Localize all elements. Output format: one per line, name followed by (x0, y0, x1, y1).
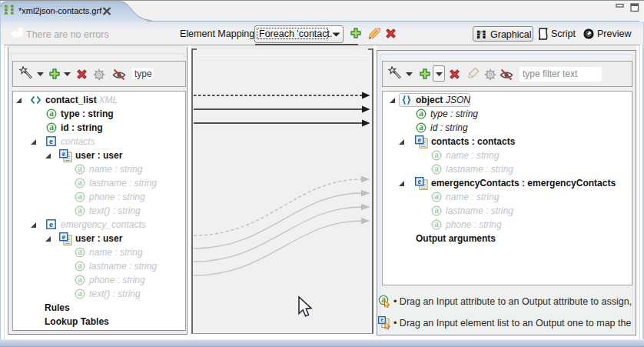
svg-text:a: a (78, 205, 82, 215)
svg-text:a: a (419, 108, 423, 118)
svg-text:a: a (434, 192, 439, 201)
svg-text:a: a (434, 150, 439, 159)
svg-text:a: a (78, 275, 82, 284)
svg-text:a: a (78, 261, 82, 270)
svg-text:a: a (419, 122, 423, 132)
svg-text:e: e (380, 316, 383, 323)
svg-text:a: a (49, 108, 54, 118)
svg-text:e: e (49, 219, 53, 229)
svg-text:a: a (78, 178, 82, 187)
svg-text:a: a (434, 219, 439, 229)
svg-text:a: a (78, 192, 82, 201)
svg-text:a: a (78, 164, 82, 173)
svg-text:a: a (78, 247, 82, 256)
svg-text:a: a (78, 289, 82, 298)
svg-text:a: a (49, 122, 54, 132)
svg-text:a: a (434, 205, 439, 215)
svg-text:e: e (417, 135, 421, 144)
svg-text:e: e (61, 149, 65, 158)
svg-text:e: e (61, 232, 65, 241)
svg-text:e: e (49, 136, 53, 145)
svg-text:e: e (417, 177, 421, 185)
svg-text:a: a (434, 164, 439, 173)
